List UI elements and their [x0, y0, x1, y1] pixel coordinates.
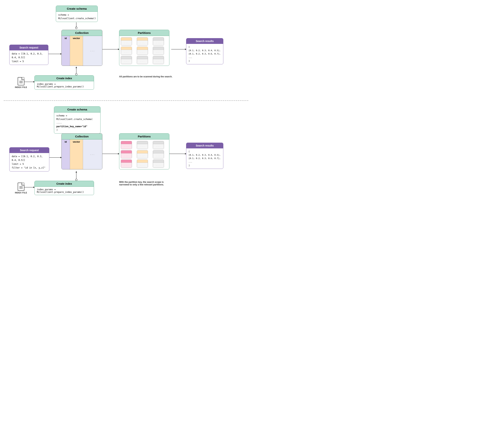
- index-file-label: INDEX FILE: [15, 86, 27, 88]
- schema-code-line2: ....: [56, 121, 98, 125]
- file-lines-2: [19, 186, 23, 189]
- result-line1-2: [: [189, 150, 221, 153]
- search-line2: limit = 5: [12, 60, 46, 63]
- partition-cell-2-8: · · ·: [137, 160, 148, 168]
- search-request-header: Search request: [9, 45, 48, 50]
- index-header: Create index: [35, 75, 94, 81]
- schema-header: Create schema: [56, 6, 97, 12]
- collection-body: id vector ···: [62, 36, 102, 66]
- schema-code-line1: schema = MilvusClient.create_schema(: [56, 114, 98, 121]
- result-line4-2: ...: [189, 160, 221, 164]
- schema-code: schema = MilvusClient.create_schema(): [56, 12, 97, 22]
- search-results-body: [ [0.1, 0.2, 0.3, 0.4, 0.5], [0.1, 0.2, …: [186, 44, 223, 64]
- collection-body-2: id vector ···: [62, 139, 102, 169]
- partitions-grid-2: · · · · · · · · · · · · · · · · · ·: [119, 139, 169, 169]
- partition-cell-4: · · ·: [121, 47, 132, 55]
- section2: Create schema schema = MilvusClient.crea…: [4, 105, 248, 209]
- collection-header-2: Collection: [62, 134, 102, 139]
- partition-cell-3: · · ·: [153, 37, 164, 46]
- col-vector-2: vector: [70, 139, 83, 169]
- partition-cell-2-3: · · ·: [153, 141, 164, 149]
- search-line1-2: data = [[0.1, 0.2, 0.3, 0.4, 0.5]]: [12, 155, 47, 162]
- partition-cell-7: · · ·: [121, 56, 132, 64]
- partition-cell-2-1: · · ·: [121, 141, 132, 149]
- svg-marker-49: [76, 171, 77, 173]
- col-vector: vector: [70, 36, 83, 66]
- partitions-box-2: Partitions · · · · · · · · · · · ·: [119, 133, 169, 169]
- search-line3-2: filter = "id in [x, y,z]": [12, 166, 47, 170]
- section1: Create schema schema = MilvusClient.crea…: [4, 4, 248, 97]
- result-line2-2: [0.1, 0.2, 0.3, 0.4, 0.5],: [189, 153, 221, 157]
- schema-code-line4: ): [56, 128, 98, 132]
- partitions-grid: · · · · · · · · · · · · · · · · · ·: [119, 36, 169, 66]
- section-divider: [4, 100, 248, 101]
- schema-header-2: Create schema: [54, 106, 100, 112]
- search-results-body-2: [ [0.1, 0.2, 0.3, 0.4, 0.5], [0.1, 0.2, …: [186, 148, 223, 169]
- schema-box-2: Create schema schema = MilvusClient.crea…: [54, 106, 101, 134]
- search-results-header: Search results: [186, 38, 223, 44]
- index-header-2: Create index: [35, 181, 94, 187]
- partition-cell-5: · · ·: [137, 47, 148, 55]
- partition-cell-2-2: · · ·: [137, 141, 148, 149]
- index-code: index_params = MilvusClient.prepare_inde…: [35, 81, 94, 89]
- index-box: Create index index_params = MilvusClient…: [34, 75, 94, 90]
- partition-cell-6: · · ·: [153, 47, 164, 55]
- index-code-2: index_params = MilvusClient.prepare_inde…: [35, 187, 94, 195]
- search-results-box-2: Search results [ [0.1, 0.2, 0.3, 0.4, 0.…: [186, 143, 223, 169]
- partition-cell-8: · · ·: [137, 56, 148, 64]
- collection-box-2: Collection id vector ···: [61, 133, 102, 169]
- result-line3: [0.1, 0.2, 0.3, 0.6, 0.7],: [189, 52, 221, 56]
- col-dots: ···: [83, 36, 102, 66]
- col-id: id: [62, 36, 70, 66]
- partitions-box: Partitions · · · · · · · · · · · ·: [119, 30, 169, 66]
- result-line4: ...: [189, 56, 221, 59]
- schema-code-line3: partition_key_name="id": [56, 125, 98, 128]
- partition-cell-2-4: · · ·: [121, 150, 132, 158]
- collection-box: Collection id vector ···: [61, 30, 102, 66]
- result-line3-2: [0.1, 0.2, 0.3, 0.6, 0.7],: [189, 157, 221, 160]
- collection-header: Collection: [62, 30, 102, 36]
- index-box-2: Create index index_params = MilvusClient…: [34, 181, 94, 195]
- schema-code-2: schema = MilvusClient.create_schema( ...…: [54, 112, 100, 133]
- partitions-header: Partitions: [119, 30, 169, 36]
- result-line1: [: [189, 45, 221, 49]
- partitions-header-2: Partitions: [119, 134, 169, 139]
- col-dots-2: ···: [83, 139, 102, 169]
- partition-cell-2-9: · · ·: [153, 160, 164, 168]
- result-line2: [0.1, 0.2, 0.3, 0.4, 0.5],: [189, 49, 221, 52]
- partition-cell-2: · · ·: [137, 37, 148, 46]
- section2-note: With the partition key, the search scope…: [119, 181, 164, 186]
- partition-cell-9: · · ·: [153, 56, 164, 64]
- svg-point-50: [75, 179, 77, 181]
- search-request-body-2: data = [[0.1, 0.2, 0.3, 0.4, 0.5]] limit…: [9, 153, 49, 171]
- search-line1: data = [[0.1, 0.2, 0.3, 0.4, 0.5]]: [12, 52, 46, 60]
- col-id-2: id: [62, 139, 70, 169]
- partition-cell-2-5: · · ·: [137, 150, 148, 158]
- index-file-label-2: INDEX FILE: [15, 192, 27, 194]
- section1-note: All partitions are to be scanned during …: [119, 75, 172, 78]
- result-line5: ]: [189, 59, 221, 63]
- search-request-box-2: Search request data = [[0.1, 0.2, 0.3, 0…: [9, 147, 49, 171]
- file-lines: [19, 81, 23, 83]
- svg-marker-19: [76, 67, 77, 68]
- search-request-box: Search request data = [[0.1, 0.2, 0.3, 0…: [9, 45, 48, 65]
- file-icon: [18, 77, 24, 85]
- index-file-icon: INDEX FILE: [15, 77, 27, 88]
- search-request-body: data = [[0.1, 0.2, 0.3, 0.4, 0.5]] limit…: [9, 50, 48, 65]
- search-request-header-2: Search request: [9, 148, 49, 153]
- search-results-header-2: Search results: [186, 143, 223, 148]
- svg-point-2: [75, 27, 77, 29]
- svg-marker-1: [76, 27, 77, 28]
- partition-cell-2-7: · · ·: [121, 160, 132, 168]
- partition-cell-1: · · ·: [121, 37, 132, 46]
- search-line2-2: limit = 5: [12, 162, 47, 166]
- partition-cell-2-6: · · ·: [153, 150, 164, 158]
- schema-box: Create schema schema = MilvusClient.crea…: [56, 6, 98, 22]
- index-file-icon-2: INDEX FILE: [15, 183, 27, 194]
- svg-point-20: [75, 74, 77, 75]
- file-icon-2: [18, 183, 24, 191]
- search-results-box: Search results [ [0.1, 0.2, 0.3, 0.4, 0.…: [186, 38, 223, 64]
- result-line5-2: ]: [189, 164, 221, 167]
